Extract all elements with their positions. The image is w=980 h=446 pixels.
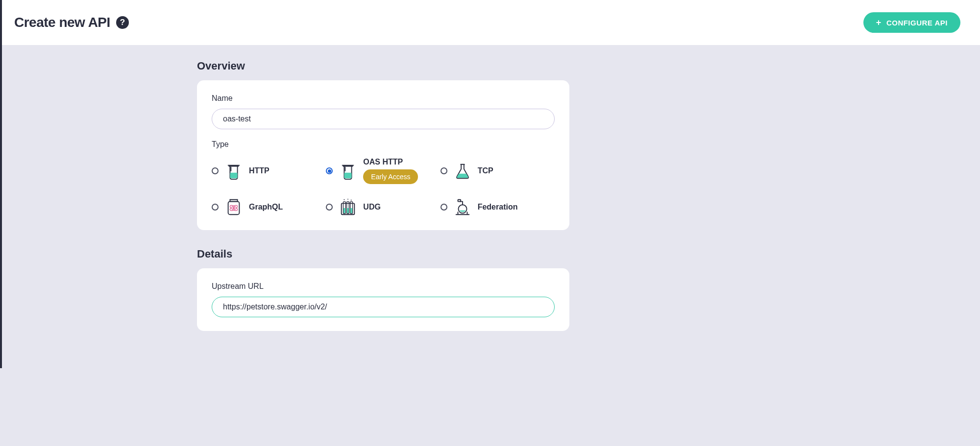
- svg-rect-2: [344, 173, 352, 178]
- radio-icon: [212, 204, 219, 211]
- configure-api-label: CONFIGURE API: [886, 19, 948, 27]
- configure-api-button[interactable]: + CONFIGURE API: [863, 12, 960, 33]
- radio-icon: [326, 204, 333, 211]
- type-label: Type: [212, 140, 555, 149]
- upstream-url-input[interactable]: [212, 297, 555, 317]
- plus-icon: +: [876, 18, 882, 27]
- type-group: Type HTTP: [212, 140, 555, 216]
- type-option-http[interactable]: HTTP: [212, 158, 326, 184]
- page-header: Create new API ? + CONFIGURE API: [0, 0, 980, 45]
- type-option-federation[interactable]: Federation: [441, 198, 555, 216]
- name-input[interactable]: [212, 109, 555, 129]
- svg-point-17: [351, 200, 352, 201]
- early-access-badge: Early Access: [363, 169, 418, 184]
- type-option-udg[interactable]: UDG: [326, 198, 440, 216]
- details-card: Upstream URL: [197, 268, 569, 331]
- upstream-label: Upstream URL: [212, 282, 555, 291]
- overview-card: Name Type HTTP: [197, 80, 569, 230]
- type-label-graphql: GraphQL: [249, 203, 283, 211]
- svg-rect-14: [351, 208, 353, 213]
- beaker-icon: [339, 162, 357, 180]
- type-label-http: HTTP: [249, 166, 270, 175]
- radio-icon: [441, 167, 447, 174]
- type-label-federation: Federation: [478, 203, 518, 211]
- type-label-col: OAS HTTP Early Access: [363, 158, 418, 184]
- type-label-udg: UDG: [363, 203, 381, 211]
- name-label: Name: [212, 94, 555, 103]
- svg-rect-0: [230, 173, 237, 178]
- svg-point-15: [344, 199, 345, 200]
- overview-heading: Overview: [197, 60, 569, 72]
- section-container: Overview Name Type HTTP: [197, 60, 569, 331]
- type-grid: HTTP OAS HTTP Early Access: [212, 158, 555, 216]
- type-option-oas-http[interactable]: OAS HTTP Early Access: [326, 158, 440, 184]
- svg-rect-22: [458, 200, 461, 202]
- svg-point-5: [233, 207, 235, 210]
- help-icon[interactable]: ?: [116, 16, 129, 29]
- svg-rect-13: [347, 208, 349, 213]
- type-option-tcp[interactable]: TCP: [441, 158, 555, 184]
- type-label-tcp: TCP: [478, 166, 493, 175]
- svg-rect-12: [343, 208, 345, 213]
- radio-icon: [441, 204, 447, 211]
- svg-point-16: [347, 199, 348, 200]
- atom-jar-icon: [224, 198, 243, 216]
- details-heading: Details: [197, 248, 569, 260]
- test-tubes-icon: [339, 198, 357, 216]
- retort-flask-icon: [453, 198, 472, 216]
- flask-icon: [453, 162, 472, 180]
- radio-icon: [212, 167, 219, 174]
- main-content: Overview Name Type HTTP: [0, 45, 764, 368]
- type-option-graphql[interactable]: GraphQL: [212, 198, 326, 216]
- page-title: Create new API ?: [14, 15, 129, 30]
- radio-icon: [326, 167, 333, 174]
- type-label-oas-http: OAS HTTP: [363, 158, 418, 166]
- page-title-text: Create new API: [14, 15, 110, 30]
- beaker-icon: [224, 162, 243, 180]
